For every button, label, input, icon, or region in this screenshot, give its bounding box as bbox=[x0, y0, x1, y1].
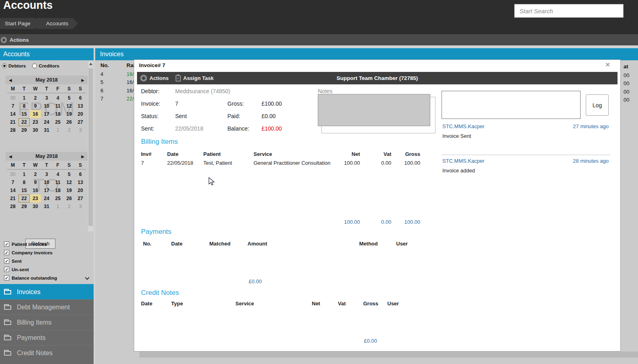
calendar-day[interactable]: 16 bbox=[30, 186, 41, 194]
calendar-day[interactable]: 4 bbox=[52, 94, 63, 102]
calendar-day[interactable]: 29 bbox=[18, 202, 30, 211]
sidebar-scrollbar[interactable] bbox=[88, 61, 93, 231]
calendar-day[interactable]: 6 bbox=[75, 170, 86, 178]
dialog-actions-button[interactable]: Actions bbox=[140, 72, 169, 84]
scroll-up-icon[interactable] bbox=[89, 63, 92, 65]
calendar-prev-icon[interactable]: ◀ bbox=[9, 78, 12, 82]
invoice-row-raised[interactable]: 16/ bbox=[127, 88, 134, 94]
calendar-day[interactable]: 21 bbox=[7, 118, 18, 126]
sidebar-item-payments[interactable]: Payments bbox=[0, 330, 94, 345]
log-entry-user[interactable]: STC.MMS.Kacper bbox=[442, 123, 485, 129]
breadcrumb-start-page[interactable]: Start Page bbox=[0, 18, 40, 29]
calendar-day[interactable]: 31 bbox=[41, 126, 52, 134]
calendar-day[interactable]: 4 bbox=[52, 170, 63, 178]
calendar-day[interactable]: 9 bbox=[30, 102, 41, 110]
calendar-day[interactable]: 5 bbox=[63, 94, 75, 102]
calendar-day[interactable]: 16 bbox=[30, 110, 41, 118]
invoice-row-no[interactable]: 7 bbox=[100, 96, 103, 102]
scrollbar-thumb[interactable] bbox=[88, 68, 93, 226]
search-input[interactable] bbox=[515, 4, 623, 17]
calendar-day[interactable]: 1 bbox=[18, 94, 30, 102]
calendar-day[interactable]: 3 bbox=[41, 170, 52, 178]
filter-checkbox-row[interactable]: ✓Sent bbox=[4, 258, 22, 264]
filter-checkbox-row[interactable]: ✓Patient invoices bbox=[4, 241, 47, 247]
calendar-day[interactable]: 22 bbox=[18, 118, 30, 126]
calendar-day[interactable]: 21 bbox=[7, 194, 18, 202]
log-entry-user[interactable]: STC.MMS.Kacper bbox=[442, 158, 485, 164]
calendar-day[interactable]: 13 bbox=[75, 102, 86, 110]
calendar-day[interactable]: 25 bbox=[52, 194, 63, 202]
log-button[interactable]: Log bbox=[586, 94, 609, 116]
calendar-day[interactable]: 25 bbox=[52, 118, 63, 126]
invoice-row-raised[interactable]: 22/ bbox=[127, 96, 134, 102]
sidebar-item-credit-notes[interactable]: Credit Notes bbox=[0, 345, 94, 360]
calendar-next-icon[interactable]: ▶ bbox=[81, 154, 84, 159]
calendar-day[interactable]: 23 bbox=[30, 118, 41, 126]
calendar-day[interactable]: 1 bbox=[18, 170, 30, 178]
invoice-row-vat-fragment[interactable]: 00 bbox=[624, 89, 629, 95]
calendar-day[interactable]: 11 bbox=[52, 178, 63, 186]
calendar-day[interactable]: 8 bbox=[18, 102, 30, 110]
calendar-day[interactable]: 30 bbox=[7, 94, 18, 102]
calendar-day[interactable]: 19 bbox=[63, 186, 75, 194]
calendar-day[interactable]: 30 bbox=[30, 126, 41, 134]
calendar-day[interactable]: 17 bbox=[41, 186, 52, 194]
calendar-day[interactable]: 28 bbox=[7, 202, 18, 211]
invoice-row-no[interactable]: 6 bbox=[100, 88, 103, 94]
sidebar-item-debt-management[interactable]: Debt Management bbox=[0, 299, 94, 315]
calendar-day[interactable]: 20 bbox=[75, 186, 86, 194]
calendar-day[interactable]: 28 bbox=[7, 126, 18, 134]
calendar-day[interactable]: 1 bbox=[52, 202, 63, 211]
calendar-day[interactable]: 1 bbox=[52, 126, 63, 134]
calendar-day[interactable]: 3 bbox=[41, 94, 52, 102]
chevron-down-icon[interactable] bbox=[85, 275, 89, 280]
calendar-day[interactable]: 10 bbox=[41, 178, 52, 186]
account-type-radio-debtors[interactable]: Debtors bbox=[2, 63, 26, 68]
invoice-row-no[interactable]: 4 bbox=[100, 71, 103, 77]
calendar-day[interactable]: 26 bbox=[63, 118, 75, 126]
invoice-row-raised[interactable]: 16/ bbox=[127, 71, 134, 77]
calendar-prev-icon[interactable]: ◀ bbox=[9, 154, 12, 159]
sidebar-item-invoices[interactable]: Invoices bbox=[0, 284, 94, 299]
invoice-row-vat-fragment[interactable]: 00 bbox=[624, 97, 629, 103]
calendar-day[interactable]: 9 bbox=[30, 178, 41, 186]
calendar-day[interactable]: 29 bbox=[18, 126, 30, 134]
calendar-day[interactable]: 12 bbox=[63, 102, 75, 110]
calendar-next-icon[interactable]: ▶ bbox=[81, 78, 84, 82]
calendar-day[interactable]: 8 bbox=[18, 178, 30, 186]
filter-checkbox-row[interactable]: ✓Balance outstanding bbox=[4, 275, 57, 280]
calendar-day[interactable]: 12 bbox=[63, 178, 75, 186]
calendar-day[interactable]: 13 bbox=[75, 178, 86, 186]
calendar-day[interactable]: 2 bbox=[63, 202, 75, 211]
actions-bar[interactable]: Actions bbox=[0, 34, 638, 45]
invoice-row-vat-fragment[interactable]: 00 bbox=[624, 72, 629, 78]
invoice-row-raised[interactable]: 16/ bbox=[127, 79, 134, 85]
close-icon[interactable]: × bbox=[605, 61, 610, 69]
assign-task-button[interactable]: ✓ Assign Task bbox=[176, 72, 214, 84]
calendar-day[interactable]: 3 bbox=[75, 202, 86, 211]
calendar-day[interactable]: 14 bbox=[7, 186, 18, 194]
log-input[interactable] bbox=[442, 91, 581, 119]
sidebar-item-billing-items[interactable]: Billing Items bbox=[0, 315, 94, 330]
calendar-day[interactable]: 17 bbox=[41, 110, 52, 118]
invoice-row-vat-fragment[interactable]: 00 bbox=[624, 80, 629, 86]
calendar-day[interactable]: 26 bbox=[63, 194, 75, 202]
calendar-day[interactable]: 10 bbox=[41, 102, 52, 110]
calendar-day[interactable]: 2 bbox=[30, 94, 41, 102]
calendar-day[interactable]: 20 bbox=[75, 110, 86, 118]
calendar-day[interactable]: 11 bbox=[52, 102, 63, 110]
calendar-day[interactable]: 14 bbox=[7, 110, 18, 118]
filter-checkbox-row[interactable]: ✓Company invoices bbox=[4, 250, 53, 255]
calendar-day[interactable]: 7 bbox=[7, 178, 18, 186]
column-header-no[interactable]: No. bbox=[100, 62, 109, 68]
calendar-day[interactable]: 2 bbox=[30, 170, 41, 178]
calendar-day[interactable]: 3 bbox=[75, 126, 86, 134]
calendar-day[interactable]: 6 bbox=[75, 94, 86, 102]
invoice-row-no[interactable]: 5 bbox=[100, 79, 103, 85]
calendar-day[interactable]: 15 bbox=[18, 110, 30, 118]
calendar-day[interactable]: 30 bbox=[7, 170, 18, 178]
calendar-day[interactable]: 27 bbox=[75, 118, 86, 126]
calendar-day[interactable]: 7 bbox=[7, 102, 18, 110]
calendar-day[interactable]: 2 bbox=[63, 126, 75, 134]
calendar-day[interactable]: 18 bbox=[52, 186, 63, 194]
